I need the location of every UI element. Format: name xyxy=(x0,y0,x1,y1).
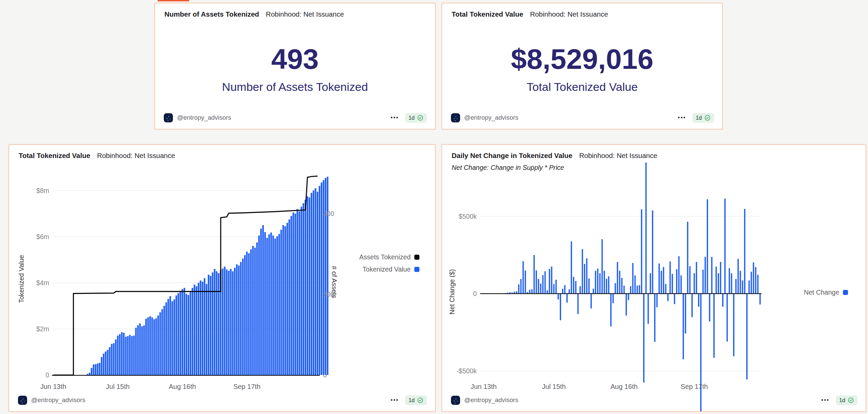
net-change-bar[interactable] xyxy=(575,281,576,294)
net-change-bar[interactable] xyxy=(549,269,550,294)
tokenized-value-bar[interactable] xyxy=(170,296,171,375)
tokenized-value-bar[interactable] xyxy=(133,336,135,375)
net-change-bar[interactable] xyxy=(645,162,647,294)
net-change-bar[interactable] xyxy=(586,258,588,294)
net-change-bar[interactable] xyxy=(593,289,594,294)
net-change-bar[interactable] xyxy=(705,257,706,294)
tokenized-value-bar[interactable] xyxy=(99,363,101,375)
net-change-bar[interactable] xyxy=(606,279,607,294)
legend-item-assets-tokenized[interactable]: Assets Tokenized xyxy=(359,253,419,261)
tokenized-value-bar[interactable] xyxy=(190,292,191,375)
net-change-bar[interactable] xyxy=(737,259,739,294)
tokenized-value-bar[interactable] xyxy=(121,332,123,375)
tokenized-value-bar[interactable] xyxy=(266,238,268,375)
net-change-bar[interactable] xyxy=(718,273,719,294)
tokenized-value-bar[interactable] xyxy=(248,253,250,375)
net-change-bar[interactable] xyxy=(720,262,721,294)
net-change-bar[interactable] xyxy=(724,199,726,294)
tokenized-value-bar[interactable] xyxy=(151,317,153,375)
net-change-bar[interactable] xyxy=(643,294,645,382)
net-change-bar[interactable] xyxy=(757,275,758,294)
net-change-bar[interactable] xyxy=(630,286,631,294)
tokenized-value-bar[interactable] xyxy=(172,301,173,375)
net-change-bar[interactable] xyxy=(621,278,623,294)
tokenized-value-bar[interactable] xyxy=(95,364,97,375)
tokenized-value-bar[interactable] xyxy=(163,306,165,375)
net-change-bar[interactable] xyxy=(729,268,730,294)
net-change-bar[interactable] xyxy=(676,269,677,294)
tokenized-value-bar[interactable] xyxy=(117,336,119,375)
net-change-bar[interactable] xyxy=(654,294,655,342)
net-change-bar[interactable] xyxy=(753,262,754,294)
tokenized-value-bar[interactable] xyxy=(319,186,320,375)
net-change-bar[interactable] xyxy=(624,285,625,294)
freshness-badge[interactable]: 1d xyxy=(405,113,427,123)
net-change-bar[interactable] xyxy=(731,273,732,294)
net-change-bar[interactable] xyxy=(558,294,559,299)
tokenized-value-bar[interactable] xyxy=(238,265,240,375)
net-change-bar[interactable] xyxy=(518,284,519,294)
tokenized-value-bar[interactable] xyxy=(254,248,256,375)
net-change-bar[interactable] xyxy=(672,274,673,294)
tokenized-value-bar[interactable] xyxy=(313,191,314,375)
tokenized-value-bar[interactable] xyxy=(155,318,157,375)
tokenized-value-bar[interactable] xyxy=(262,225,264,375)
net-change-bar[interactable] xyxy=(658,263,660,294)
more-menu-icon[interactable]: ••• xyxy=(821,397,829,403)
tokenized-value-bar[interactable] xyxy=(287,223,288,375)
tokenized-value-bar[interactable] xyxy=(278,234,280,375)
net-change-bar[interactable] xyxy=(522,261,524,294)
tokenized-value-bar[interactable] xyxy=(270,233,272,375)
tokenized-value-bar[interactable] xyxy=(246,252,248,375)
net-change-bar[interactable] xyxy=(700,294,702,411)
tokenized-value-bar[interactable] xyxy=(143,326,145,375)
net-change-bar[interactable] xyxy=(748,280,750,294)
net-change-bar[interactable] xyxy=(694,273,695,294)
net-change-bar[interactable] xyxy=(680,275,682,294)
tokenized-value-bar[interactable] xyxy=(222,269,224,375)
tokenized-value-bar[interactable] xyxy=(192,288,193,375)
tokenized-value-bar[interactable] xyxy=(264,232,266,375)
tokenized-value-bar[interactable] xyxy=(180,292,181,375)
tokenized-value-bar[interactable] xyxy=(139,323,141,375)
tokenized-value-bar[interactable] xyxy=(317,192,318,375)
tokenized-value-bar[interactable] xyxy=(242,259,244,375)
tokenized-value-bar[interactable] xyxy=(174,299,175,375)
net-change-bar[interactable] xyxy=(582,249,583,294)
tokenized-value-bar[interactable] xyxy=(153,319,155,375)
tokenized-value-bar[interactable] xyxy=(127,336,129,375)
tokenized-value-bar[interactable] xyxy=(309,197,310,375)
tokenized-value-bar[interactable] xyxy=(299,211,300,375)
net-change-bar[interactable] xyxy=(678,256,679,294)
tokenized-value-bar[interactable] xyxy=(291,216,292,375)
tokenized-value-bar[interactable] xyxy=(311,193,312,375)
tokenized-value-bar[interactable] xyxy=(282,225,284,375)
tokenized-value-bar[interactable] xyxy=(212,272,214,375)
net-change-bar[interactable] xyxy=(610,294,612,327)
net-change-bar[interactable] xyxy=(560,294,561,320)
tokenized-value-bar[interactable] xyxy=(250,249,252,375)
tokenized-value-bar[interactable] xyxy=(182,289,183,375)
tokenized-value-bar[interactable] xyxy=(325,178,327,375)
tokenized-value-bar[interactable] xyxy=(208,275,210,375)
net-change-bar[interactable] xyxy=(703,270,704,294)
net-change-bar[interactable] xyxy=(670,261,671,294)
tokenized-value-bar[interactable] xyxy=(131,336,133,375)
net-change-bar[interactable] xyxy=(615,283,616,294)
net-change-bar[interactable] xyxy=(571,241,572,294)
net-change-bar[interactable] xyxy=(639,285,640,294)
tokenized-value-bar[interactable] xyxy=(272,236,274,375)
tokenized-value-bar[interactable] xyxy=(196,286,197,375)
tokenized-value-bar[interactable] xyxy=(101,357,103,375)
net-change-bar[interactable] xyxy=(612,294,614,303)
tokenized-value-bar[interactable] xyxy=(327,177,329,375)
tokenized-value-bar[interactable] xyxy=(323,180,324,375)
tokenized-value-bar[interactable] xyxy=(224,267,225,375)
net-change-bar[interactable] xyxy=(601,239,603,294)
net-change-bar[interactable] xyxy=(520,279,522,294)
tokenized-value-bar[interactable] xyxy=(321,182,322,375)
tokenized-value-bar[interactable] xyxy=(194,284,195,375)
tokenized-value-bar[interactable] xyxy=(304,200,306,375)
net-change-bar[interactable] xyxy=(591,294,592,309)
net-change-bar[interactable] xyxy=(656,294,658,307)
